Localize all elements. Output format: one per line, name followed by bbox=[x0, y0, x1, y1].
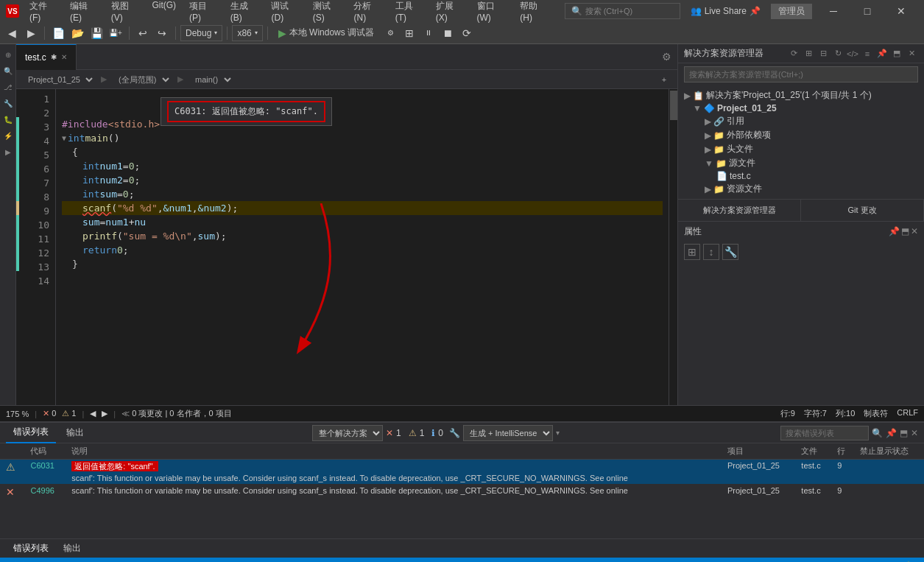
tree-item-headers[interactable]: ▶ 📁 头文件 bbox=[678, 142, 924, 156]
toolbar-saveall-button[interactable]: 💾+ bbox=[107, 24, 124, 42]
se-pin-icon[interactable]: 📌 bbox=[875, 47, 889, 60]
error-row-1[interactable]: ⚠ C6031 返回值被忽略: "scanf". scanf': This fu… bbox=[0, 460, 924, 485]
tree-item-sources[interactable]: ▼ 📁 源文件 bbox=[678, 156, 924, 170]
breadcrumb-scope-select[interactable]: (全局范围) bbox=[113, 74, 172, 85]
menu-help[interactable]: 帮助(H) bbox=[514, 0, 554, 24]
minimize-button[interactable]: ─ bbox=[817, 0, 850, 22]
sub-tab-output[interactable]: 输出 bbox=[56, 541, 88, 556]
menu-tools[interactable]: 工具(T) bbox=[389, 0, 429, 24]
error-count-label[interactable]: 1 bbox=[396, 428, 401, 438]
search-input-label[interactable]: 搜索 (Ctrl+Q) bbox=[585, 6, 674, 17]
menu-analyze[interactable]: 分析(N) bbox=[348, 0, 387, 24]
toolbar-redo-button[interactable]: ↪ bbox=[153, 24, 171, 42]
toolbar-open-button[interactable]: 📂 bbox=[68, 24, 86, 42]
sidebar-icon-1[interactable]: ⊕ bbox=[1, 47, 15, 62]
se-tab-solution[interactable]: 解决方案资源管理器 bbox=[678, 200, 801, 221]
se-filter-icon[interactable]: ⊞ bbox=[802, 47, 815, 60]
se-tab-git[interactable]: Git 更改 bbox=[801, 200, 924, 221]
admin-button[interactable]: 管理员 bbox=[771, 4, 812, 19]
pp-wrench-icon[interactable]: 🔧 bbox=[722, 244, 738, 260]
sidebar-icon-5[interactable]: 🐛 bbox=[1, 112, 15, 127]
pp-close-icon[interactable]: ✕ bbox=[911, 226, 918, 236]
menu-build[interactable]: 生成(B) bbox=[225, 0, 264, 24]
editor-tab-testc[interactable]: test.c ✱ ✕ bbox=[16, 44, 77, 70]
close-button[interactable]: ✕ bbox=[884, 0, 918, 22]
tree-item-references[interactable]: ▶ 🔗 引用 bbox=[678, 114, 924, 128]
build-filter[interactable]: 生成 + IntelliSense bbox=[463, 425, 553, 441]
toolbar-undo-button[interactable]: ↩ bbox=[134, 24, 152, 42]
toolbar-save-button[interactable]: 💾 bbox=[88, 24, 105, 42]
liveshare-label[interactable]: Live Share bbox=[705, 6, 747, 16]
menu-window[interactable]: 窗口(W) bbox=[471, 0, 513, 24]
run-button[interactable]: ▶ 本地 Windows 调试器 bbox=[272, 25, 380, 41]
col-header-desc[interactable]: 说明 bbox=[66, 443, 722, 460]
bottom-panel-float[interactable]: ⬒ bbox=[900, 428, 908, 438]
debug-config-dropdown[interactable]: Debug ▾ bbox=[180, 25, 222, 41]
pp-sort-icon[interactable]: ↕ bbox=[703, 244, 719, 260]
scrollbar-thumb[interactable] bbox=[670, 91, 677, 120]
breadcrumb-project-select[interactable]: Project_01_25 bbox=[22, 74, 95, 85]
error-search-icon[interactable]: 🔍 bbox=[872, 428, 883, 438]
collapse-icon-main[interactable]: ▼ bbox=[62, 131, 66, 145]
sidebar-icon-2[interactable]: 🔍 bbox=[1, 63, 15, 78]
menu-debug[interactable]: 调试(D) bbox=[265, 0, 305, 24]
nav-left[interactable]: ◀ bbox=[90, 409, 96, 418]
pp-pin-icon[interactable]: 📌 bbox=[889, 226, 900, 236]
sidebar-icon-6[interactable]: ⚡ bbox=[1, 128, 15, 143]
se-float-icon[interactable]: ⬒ bbox=[890, 47, 903, 60]
editor-scrollbar[interactable] bbox=[669, 89, 677, 405]
toolbar-forward-button[interactable]: ▶ bbox=[22, 24, 40, 42]
bottom-panel-close[interactable]: ✕ bbox=[911, 428, 918, 438]
menu-git[interactable]: Git(G) bbox=[146, 0, 182, 24]
maximize-button[interactable]: □ bbox=[850, 0, 884, 22]
toolbar-extra-1[interactable]: ⚙ bbox=[381, 24, 399, 42]
platform-dropdown[interactable]: x86 ▾ bbox=[232, 25, 262, 41]
editor-gear-icon[interactable]: ⚙ bbox=[662, 51, 671, 63]
se-sync-icon[interactable]: ⟳ bbox=[787, 47, 800, 60]
menu-extensions[interactable]: 扩展(X) bbox=[430, 0, 470, 24]
se-collapse-icon[interactable]: ⊟ bbox=[817, 47, 830, 60]
toolbar-extra-5[interactable]: ⟳ bbox=[458, 24, 476, 42]
toolbar-extra-3[interactable]: ⏸ bbox=[420, 24, 437, 42]
menu-view[interactable]: 视图(V) bbox=[105, 0, 145, 24]
col-header-file[interactable]: 文件 bbox=[795, 443, 831, 460]
editor-add-button[interactable]: + bbox=[657, 72, 671, 87]
col-header-line[interactable]: 行 bbox=[831, 443, 854, 460]
error-search-input[interactable] bbox=[780, 426, 869, 440]
error-indicator[interactable]: ✕ 0 bbox=[43, 409, 56, 418]
se-refresh-icon[interactable]: ↻ bbox=[831, 47, 844, 60]
toolbar-extra-4[interactable]: ⏹ bbox=[439, 24, 456, 42]
col-header-suppress[interactable]: 禁止显示状态 bbox=[854, 443, 924, 460]
warning-count-label[interactable]: 1 bbox=[420, 428, 425, 438]
toolbar-extra-2[interactable]: ⊞ bbox=[401, 24, 418, 42]
code-editor[interactable]: #include <stdio.h> ▼ int main () { bbox=[56, 89, 669, 405]
info-count-label[interactable]: 0 bbox=[438, 428, 443, 438]
sub-tab-error-list[interactable]: 错误列表 bbox=[6, 541, 56, 556]
zoom-level[interactable]: 175 % bbox=[6, 410, 29, 418]
tab-close-button[interactable]: ✕ bbox=[61, 53, 67, 61]
bottom-panel-pin[interactable]: 📌 bbox=[886, 428, 897, 438]
toolbar-back-button[interactable]: ◀ bbox=[3, 24, 21, 42]
menu-test[interactable]: 测试(S) bbox=[307, 0, 347, 24]
menu-project[interactable]: 项目(P) bbox=[183, 0, 223, 24]
error-row-2[interactable]: ✕ C4996 scanf': This function or variabl… bbox=[0, 485, 924, 500]
err-code-2[interactable]: C4996 bbox=[24, 485, 66, 500]
nav-right[interactable]: ▶ bbox=[102, 409, 107, 418]
menu-file[interactable]: 文件(F) bbox=[24, 0, 63, 24]
menu-edit[interactable]: 编辑(E) bbox=[64, 0, 104, 24]
breadcrumb-func-select[interactable]: main() bbox=[189, 74, 233, 85]
se-code-icon[interactable]: </> bbox=[846, 47, 859, 60]
tree-item-testc[interactable]: 📄 test.c bbox=[678, 170, 924, 182]
col-header-project[interactable]: 项目 bbox=[722, 443, 795, 460]
tree-project[interactable]: ▼ 🔷 Project_01_25 bbox=[678, 102, 924, 114]
sidebar-icon-7[interactable]: ▶ bbox=[1, 144, 15, 159]
pp-grid-icon[interactable]: ⊞ bbox=[684, 244, 700, 260]
tree-solution-root[interactable]: ▶ 📋 解决方案'Project_01_25'(1 个项目/共 1 个) bbox=[678, 88, 924, 102]
tree-item-external-deps[interactable]: ▶ 📁 外部依赖项 bbox=[678, 128, 924, 142]
col-header-code[interactable]: 代码 bbox=[24, 443, 66, 460]
toolbar-new-button[interactable]: 📄 bbox=[49, 24, 67, 42]
pp-float-icon[interactable]: ⬒ bbox=[901, 226, 909, 236]
se-props-icon[interactable]: ≡ bbox=[861, 47, 874, 60]
se-search-input[interactable] bbox=[684, 66, 918, 82]
error-scope-filter[interactable]: 整个解决方案 bbox=[312, 425, 383, 441]
